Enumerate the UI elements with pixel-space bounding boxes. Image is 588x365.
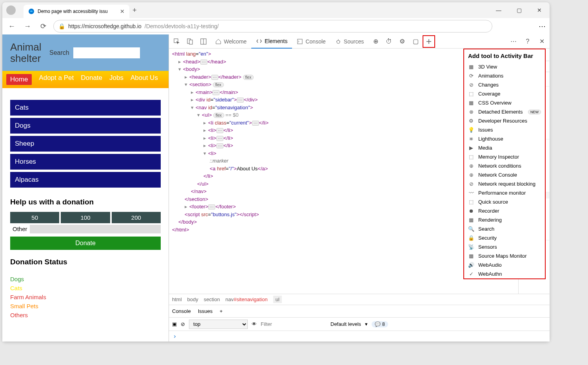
dom-breadcrumb[interactable]: htmlbodysectionnav#sitenavigationul xyxy=(169,294,550,305)
close-button[interactable]: ✕ xyxy=(533,7,546,13)
add-tool-menu-item[interactable]: ⏺Recorder xyxy=(464,206,545,215)
breadcrumb-item[interactable]: ul xyxy=(273,296,282,303)
add-tool-menu-item[interactable]: ▶Media xyxy=(464,143,545,152)
add-tool-menu-item[interactable]: ⛯Lighthouse xyxy=(464,134,545,143)
sidebar-item[interactable]: Horses xyxy=(10,154,161,170)
breadcrumb-item[interactable]: section xyxy=(204,296,220,302)
maximize-button[interactable]: ▢ xyxy=(513,7,525,13)
breadcrumb-item[interactable]: nav#sitenavigation xyxy=(225,296,268,302)
add-tool-menu-item[interactable]: ▦Source Maps Monitor xyxy=(464,251,545,260)
live-expression-icon[interactable]: 👁 xyxy=(252,321,257,327)
help-icon[interactable]: ? xyxy=(521,35,534,48)
devtools-tab[interactable]: Elements xyxy=(251,34,292,49)
issue-badge[interactable]: 💬 8 xyxy=(372,321,388,327)
back-button[interactable]: ← xyxy=(6,22,17,31)
add-tool-menu-item[interactable]: ⊕Network Console xyxy=(464,170,545,179)
breadcrumb-item[interactable]: body xyxy=(187,296,198,302)
add-tool-menu-item[interactable]: ✓WebAuthn xyxy=(464,269,545,278)
amount-button[interactable]: 200 xyxy=(112,212,161,223)
forward-button[interactable]: → xyxy=(22,22,33,31)
add-tool-menu-item[interactable]: 💡Issues xyxy=(464,125,545,134)
status-item: Dogs xyxy=(10,276,161,282)
devtools-more-icon[interactable]: ⋯ xyxy=(507,35,520,48)
application-icon[interactable]: ▢ xyxy=(409,35,422,48)
more-menu-icon[interactable]: ⋯ xyxy=(539,22,546,31)
devtools-drawer: Console Issues + ▣ ⊘ top 👁 Default level… xyxy=(169,305,550,342)
add-tool-menu-item[interactable]: 📡Sensors xyxy=(464,242,545,251)
sidebar-item[interactable]: Dogs xyxy=(10,118,161,134)
performance-icon[interactable]: ⏱ xyxy=(383,35,395,48)
add-tool-menu-item[interactable]: 🔊WebAudio xyxy=(464,260,545,269)
sidebar-item[interactable]: Cats xyxy=(10,100,161,116)
search-input[interactable] xyxy=(73,47,140,58)
drawer-tab-issues[interactable]: Issues xyxy=(198,308,213,314)
nav-item[interactable]: Jobs xyxy=(109,74,123,85)
log-levels[interactable]: Default levels xyxy=(330,321,361,327)
tool-icon: ▦ xyxy=(468,217,474,223)
breadcrumb-item[interactable]: html xyxy=(172,296,182,302)
add-tool-button[interactable] xyxy=(423,35,435,48)
console-prompt[interactable]: › xyxy=(169,331,550,342)
device-toggle-icon[interactable] xyxy=(184,35,196,48)
drawer-add-icon[interactable]: + xyxy=(220,308,223,314)
add-tool-menu-item[interactable]: ⊕Network conditions xyxy=(464,161,545,170)
refresh-button[interactable]: ⟳ xyxy=(38,22,49,31)
add-tool-menu-item[interactable]: 🔍Search xyxy=(464,224,545,233)
devtools-close-icon[interactable]: ✕ xyxy=(535,35,548,48)
add-tool-menu-item[interactable]: ⚙Developer Resources xyxy=(464,116,545,125)
add-tool-menu-item[interactable]: ⬚Coverage xyxy=(464,89,545,98)
minimize-button[interactable]: — xyxy=(492,7,505,13)
inspect-element-icon[interactable] xyxy=(171,35,183,48)
add-tool-menu-item[interactable]: ▦3D View xyxy=(464,62,545,71)
tool-icon: ⊘ xyxy=(468,181,474,187)
devtools-tab[interactable]: Console xyxy=(292,34,330,49)
home-icon xyxy=(215,38,221,45)
add-tool-menu-item[interactable]: ⊗Detached ElementsNEW xyxy=(464,107,545,116)
devtools-tab[interactable]: Sources xyxy=(330,34,368,49)
network-throttle-icon[interactable]: ⊕ xyxy=(369,35,382,48)
add-tool-menu-item[interactable]: ▦CSS Overview xyxy=(464,98,545,107)
sidebar-item[interactable]: Alpacas xyxy=(10,172,161,188)
close-icon[interactable]: ✕ xyxy=(120,8,125,14)
console-filter[interactable] xyxy=(261,320,327,329)
tool-icon: ⚙ xyxy=(468,118,474,124)
drawer-tab-console[interactable]: Console xyxy=(172,308,191,314)
donate-button[interactable]: Donate xyxy=(10,237,161,250)
nav-item[interactable]: About Us xyxy=(131,74,158,85)
panel-layout-icon[interactable] xyxy=(197,35,210,48)
tool-icon: 💡 xyxy=(468,127,474,133)
add-tool-menu-item[interactable]: ⬚Memory Inspector xyxy=(464,152,545,161)
tool-icon: ⊗ xyxy=(468,109,474,115)
nav-item[interactable]: Home xyxy=(6,74,32,85)
console-context[interactable]: top xyxy=(189,320,248,329)
clear-console-icon[interactable]: ⊘ xyxy=(181,321,185,327)
settings-icon[interactable]: ⚙ xyxy=(396,35,408,48)
content-area: Animal shelter Search HomeAdopt a PetDon… xyxy=(2,34,550,342)
add-tool-menu-item[interactable]: ⊘Changes xyxy=(464,80,545,89)
profile-icon[interactable] xyxy=(6,5,16,15)
status-list: DogsCatsFarm AnimalsSmall PetsOthers xyxy=(2,276,169,318)
tool-icon: ⊘ xyxy=(468,82,474,88)
other-input[interactable] xyxy=(30,225,161,233)
browser-tab[interactable]: Demo page with accessibility issu ✕ xyxy=(24,5,129,18)
new-tab-button[interactable]: + xyxy=(132,6,137,14)
amount-button[interactable]: 50 xyxy=(10,212,59,223)
devtools-tab[interactable]: Welcome xyxy=(211,34,251,49)
site-nav: HomeAdopt a PetDonateJobsAbout Us xyxy=(2,71,169,88)
add-tool-menu-item[interactable]: ⊘Network request blocking xyxy=(464,179,545,188)
add-tool-menu-item[interactable]: 🔒Security xyxy=(464,233,545,242)
url-input[interactable]: 🔒 https://microsoftedge.github.io/Demos/… xyxy=(53,20,492,33)
add-tool-menu-item[interactable]: ▦Rendering xyxy=(464,215,545,224)
nav-item[interactable]: Donate xyxy=(81,74,102,85)
nav-item[interactable]: Adopt a Pet xyxy=(39,74,74,85)
add-tool-menu-item[interactable]: 〰Performance monitor xyxy=(464,188,545,197)
sidebar-item[interactable]: Sheep xyxy=(10,136,161,152)
amount-button[interactable]: 100 xyxy=(61,212,110,223)
console-sidebar-icon[interactable]: ▣ xyxy=(172,321,177,327)
tool-icon: ⬚ xyxy=(468,91,474,97)
rendered-page[interactable]: Animal shelter Search HomeAdopt a PetDon… xyxy=(2,34,169,342)
add-tool-menu-item[interactable]: ⬚Quick source xyxy=(464,197,545,206)
console-icon xyxy=(297,38,303,45)
add-tool-menu-item[interactable]: ⟳Animations xyxy=(464,71,545,80)
tool-icon: ▦ xyxy=(468,253,474,259)
